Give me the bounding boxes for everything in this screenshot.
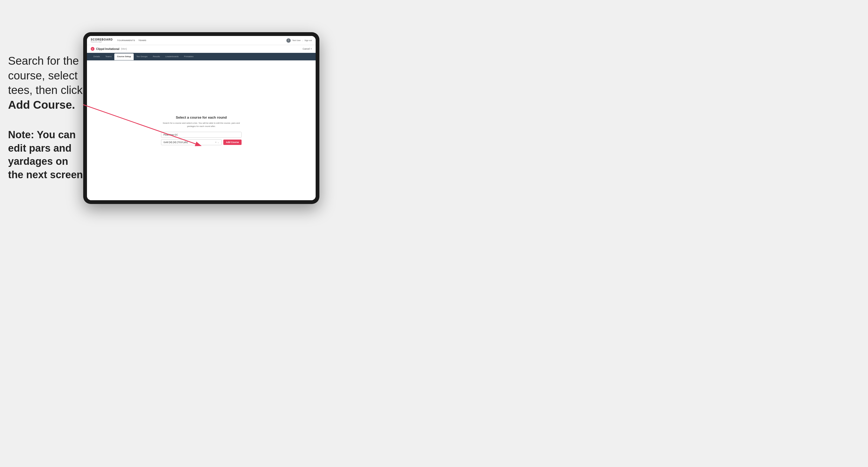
- tablet-screen: SCOREBOARD Powered by clippd TOURNAMENTS…: [87, 36, 316, 200]
- add-course-button[interactable]: Add Course: [223, 139, 242, 145]
- tab-teams[interactable]: Teams: [102, 54, 114, 60]
- logo-sub: Powered by clippd: [91, 41, 113, 43]
- tee-clear-icon[interactable]: ×: [215, 141, 217, 144]
- tee-value-label: Gold (M) (M) (7010 yds): [163, 141, 188, 144]
- nav-links: TOURNAMENTS TEAMS: [117, 39, 146, 41]
- main-content: Select a course for each round Search fo…: [87, 60, 316, 200]
- sign-out-link[interactable]: Sign out: [304, 39, 312, 41]
- nav-separator: |: [302, 39, 303, 41]
- cancel-icon: ×: [311, 48, 312, 50]
- tab-leaderboards[interactable]: Leaderboards: [163, 54, 181, 60]
- tab-printables[interactable]: Printables: [181, 54, 196, 60]
- course-search-input[interactable]: [161, 132, 242, 138]
- course-setup-card: Select a course for each round Search fo…: [161, 116, 242, 145]
- annotation-bold: Add Course.: [8, 98, 75, 111]
- annotation-line1: Search for the: [8, 55, 79, 67]
- cancel-label: Cancel: [303, 48, 310, 50]
- nav-link-teams[interactable]: TEAMS: [138, 39, 146, 41]
- tee-select-controls: × ⌄: [215, 141, 219, 144]
- annotation-text: Search for the course, select tees, then…: [8, 54, 86, 112]
- tournament-sub: (Men): [121, 48, 127, 50]
- tab-bar: Details Teams Course Setup Tee Groups Re…: [87, 53, 316, 60]
- user-label: Test User: [292, 39, 301, 41]
- note-label: Note:: [8, 129, 34, 141]
- tee-select[interactable]: Gold (M) (M) (7010 yds) × ⌄: [161, 139, 222, 145]
- tab-results[interactable]: Results: [150, 54, 163, 60]
- tab-details[interactable]: Details: [91, 54, 102, 60]
- card-title: Select a course for each round: [161, 116, 242, 119]
- annotation-area: Search for the course, select tees, then…: [8, 54, 86, 181]
- tab-tee-groups[interactable]: Tee Groups: [134, 54, 150, 60]
- nav-left: SCOREBOARD Powered by clippd TOURNAMENTS…: [91, 38, 146, 43]
- nav-link-tournaments[interactable]: TOURNAMENTS: [117, 39, 135, 41]
- tournament-icon: C: [91, 47, 94, 51]
- tournament-name: Clippd Invitational: [96, 48, 119, 51]
- cancel-button[interactable]: Cancel ×: [303, 48, 312, 50]
- tee-chevron-icon: ⌄: [217, 141, 219, 144]
- logo-area: SCOREBOARD Powered by clippd: [91, 38, 113, 43]
- user-avatar: T: [286, 38, 291, 43]
- tee-select-row: Gold (M) (M) (7010 yds) × ⌄ Add Course: [161, 139, 242, 145]
- annotation-line3: tees, then click: [8, 84, 83, 96]
- logo-text: SCOREBOARD: [91, 38, 113, 41]
- annotation-note: Note: You can edit pars and yardages on …: [8, 128, 86, 181]
- annotation-line2: course, select: [8, 69, 78, 82]
- tournament-header: C Clippd Invitational (Men) Cancel ×: [87, 45, 316, 53]
- card-description: Search for a course and select a tee. Yo…: [161, 122, 242, 128]
- tablet-frame: SCOREBOARD Powered by clippd TOURNAMENTS…: [83, 32, 319, 204]
- top-nav: SCOREBOARD Powered by clippd TOURNAMENTS…: [87, 36, 316, 45]
- nav-right: T Test User | Sign out: [286, 38, 312, 43]
- tournament-title: C Clippd Invitational (Men): [91, 47, 127, 51]
- tab-course-setup[interactable]: Course Setup: [114, 54, 134, 60]
